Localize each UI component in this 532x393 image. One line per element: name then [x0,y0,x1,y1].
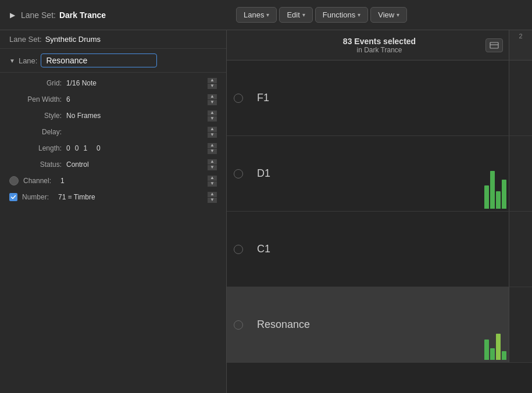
main-content: Lane Set: Synthetic Drums ▼ Lane: Grid: … [0,30,532,393]
bar-res-3 [496,334,501,360]
ruler-header: 2 [509,30,532,60]
bar-d1-4 [502,180,506,209]
style-up[interactable]: ▲ [208,110,217,116]
lane-content-c1: C1 [250,238,532,260]
delay-down[interactable]: ▼ [208,133,217,138]
edit-button[interactable]: Edit ▾ [279,7,312,23]
number-up[interactable]: ▲ [208,192,217,197]
lane-item-d1: D1 [227,136,532,212]
prop-row-pen-width: Pen Width: 6 ▲ ▼ [0,91,226,108]
status-value: Control [66,160,208,169]
number-value: 71 = Timbre [58,193,203,201]
channel-up[interactable]: ▲ [208,176,217,181]
edit-label: Edit [287,10,299,19]
length-stepper[interactable]: ▲ ▼ [208,143,217,154]
style-stepper[interactable]: ▲ ▼ [208,110,217,122]
lane-radio-f1[interactable] [227,94,250,103]
pen-width-down[interactable]: ▼ [208,100,217,105]
checkmark-icon [10,194,16,200]
lanes-label: Lanes [244,10,264,19]
delay-label: Delay: [9,128,62,136]
prop-row-status: Status: Control ▲ ▼ [0,156,226,173]
left-panel: Lane Set: Synthetic Drums ▼ Lane: Grid: … [0,30,227,393]
lane-item-f1: F1 [227,60,532,136]
lane-item-c1: C1 [227,212,532,287]
pen-width-label: Pen Width: [9,95,62,103]
prop-row-length: Length: 0 0 1 0 ▲ ▼ [0,140,226,156]
prop-row-style: Style: No Frames ▲ ▼ [0,108,226,124]
view-button[interactable]: View ▾ [370,7,407,23]
channel-checkbox[interactable] [9,176,19,185]
prop-row-delay: Delay: ▲ ▼ [0,124,226,140]
lane-item-resonance: Resonance [227,287,532,363]
length-down[interactable]: ▼ [208,149,217,154]
number-stepper[interactable]: ▲ ▼ [208,192,217,203]
lane-radio-c1[interactable] [227,245,250,254]
lane-content-f1: F1 [250,87,532,109]
channel-down[interactable]: ▼ [208,181,217,187]
prop-row-grid: Grid: 1/16 Note ▲ ▼ [0,75,226,91]
region-name: Dark Trance [59,10,106,20]
radio-circle-f1 [234,94,243,103]
lanes-chevron: ▾ [266,12,269,18]
bar-res-1 [484,340,489,360]
events-count: 83 Events selected [343,37,416,46]
length-val-1: 0 [66,144,70,152]
functions-label: Functions [323,10,355,19]
radio-circle-d1 [234,169,243,178]
channel-stepper[interactable]: ▲ ▼ [208,176,217,187]
lane-radio-d1[interactable] [227,169,250,178]
number-row: Number: 71 = Timbre ▲ ▼ [0,189,226,205]
lane-name-f1: F1 [257,92,269,103]
length-up[interactable]: ▲ [208,143,217,148]
functions-button[interactable]: Functions ▾ [315,7,368,23]
bar-d1-2 [490,171,495,209]
lanes-button[interactable]: Lanes ▾ [236,7,277,23]
triangle-icon[interactable]: ▼ [9,58,15,64]
pen-width-stepper[interactable]: ▲ ▼ [208,94,217,105]
status-down[interactable]: ▼ [208,165,217,170]
lane-radio-resonance[interactable] [227,320,250,330]
grid-stepper[interactable]: ▲ ▼ [208,78,217,89]
number-down[interactable]: ▼ [208,198,217,203]
functions-chevron: ▾ [358,12,360,18]
style-down[interactable]: ▼ [208,116,217,122]
status-label: Status: [9,160,62,169]
lane-row: ▼ Lane: [0,49,226,73]
collapse-button[interactable] [485,38,503,52]
grid-stepper-up[interactable]: ▲ [208,78,217,83]
number-label: Number: [22,193,49,201]
events-info: 83 Events selected in Dark Trance [343,37,416,54]
ruler-f1 [509,60,532,135]
pen-width-up[interactable]: ▲ [208,94,217,99]
bar-d1-1 [484,185,489,209]
lane-list: F1 D1 [227,60,532,393]
status-up[interactable]: ▲ [208,159,217,165]
channel-label: Channel: [23,177,51,185]
region-label: Lane Set: [21,10,56,20]
length-label: Length: [9,144,62,152]
style-label: Style: [9,112,62,120]
props-table: Grid: 1/16 Note ▲ ▼ Pen Width: 6 ▲ ▼ Sty… [0,73,226,208]
grid-label: Grid: [9,79,62,87]
bars-resonance [250,287,509,362]
toolbar-buttons: Lanes ▾ Edit ▾ Functions ▾ View ▾ [231,7,527,23]
lane-set-label: Lane Set: [9,35,42,44]
lane-set-value: Synthetic Drums [45,35,101,44]
length-val-3: 1 [83,144,87,152]
view-chevron: ▾ [397,12,399,18]
number-checkbox[interactable] [9,193,17,201]
status-stepper[interactable]: ▲ ▼ [208,159,217,170]
delay-stepper[interactable]: ▲ ▼ [208,127,217,138]
lane-name-c1: C1 [257,243,270,255]
collapse-icon [490,42,499,49]
grid-stepper-down[interactable]: ▼ [208,84,217,89]
style-value: No Frames [66,112,208,120]
bar-d1-3 [496,191,501,209]
radio-circle-resonance [234,320,243,330]
lane-input[interactable] [41,53,157,67]
delay-up[interactable]: ▲ [208,127,217,132]
right-panel: 83 Events selected in Dark Trance 2 [227,30,532,393]
view-label: View [378,10,394,19]
play-icon[interactable]: ▶ [7,10,17,20]
